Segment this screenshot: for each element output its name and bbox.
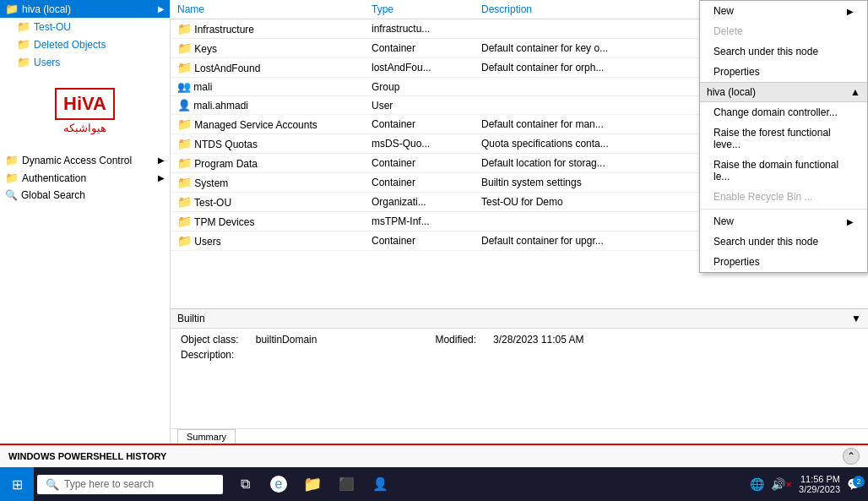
sidebar-item-test-ou[interactable]: 📁 Test-OU xyxy=(0,18,170,35)
context-item-label: Raise the forest functional leve... xyxy=(713,127,854,150)
logo-subtext: هیواشبکه xyxy=(63,122,106,134)
notification-badge: 2 xyxy=(853,476,865,487)
folder-icon: 📁 xyxy=(177,234,192,248)
cell-name: 📁 Users xyxy=(171,231,365,251)
notification-icon[interactable]: 💬 2 xyxy=(847,477,861,491)
context-menu-item-raise-domain[interactable]: Raise the domain functional le... xyxy=(700,155,867,187)
context-menu-item-new[interactable]: New ▶ xyxy=(700,1,867,21)
cell-name: 📁 Test-OU xyxy=(171,193,365,212)
col-type[interactable]: Type xyxy=(365,0,475,19)
detail-object-class-row: Object class: builtinDomain Modified: 3/… xyxy=(181,334,858,346)
search-icon: 🔍 xyxy=(5,189,18,201)
sidebar-item-global-search[interactable]: 🔍 Global Search xyxy=(0,187,170,204)
detail-header[interactable]: Builtin ▼ xyxy=(171,309,868,329)
clock-time: 11:56 PM xyxy=(799,474,840,484)
folder-icon: 📁 xyxy=(177,61,192,74)
start-button[interactable]: ⊞ xyxy=(0,467,34,501)
context-menu: New ▶ Delete Search under this node Prop… xyxy=(699,0,868,273)
tab-summary[interactable]: Summary xyxy=(177,429,236,444)
folder-icon: 📁 xyxy=(177,22,192,35)
folder-icon: 📁 xyxy=(177,156,192,170)
sidebar: 📁 hiva (local) ▶ 📁 Test-OU 📁 Deleted Obj… xyxy=(0,0,171,444)
context-menu-section: hiva (local) ▲ xyxy=(700,82,867,102)
explorer-icon: 📁 xyxy=(303,475,322,493)
modified-label: Modified: xyxy=(435,334,476,346)
folder-icon: 📁 xyxy=(17,56,30,68)
cell-type: msDS-Quo... xyxy=(365,134,475,154)
cell-name: 📁 System xyxy=(171,173,365,193)
folder-icon: 📁 xyxy=(17,38,30,51)
cell-type: Container xyxy=(365,154,475,173)
expand-arrow-icon: ▶ xyxy=(158,155,165,165)
folder-icon: 📁 xyxy=(177,195,192,209)
cell-name: 📁 TPM Devices xyxy=(171,212,365,231)
context-item-label: New xyxy=(713,215,734,227)
powershell-bar: WINDOWS POWERSHELL HISTORY ⌃ xyxy=(0,444,868,467)
detail-description-row: Description: xyxy=(181,349,858,361)
taskbar-icons: ⧉ e 📁 ⬛ 👤 xyxy=(231,471,393,498)
logo-text: HiVA xyxy=(63,93,106,114)
context-menu-item-search-top[interactable]: Search under this node xyxy=(700,41,867,62)
content-area: 📁 hiva (local) ▶ 📁 Test-OU 📁 Deleted Obj… xyxy=(0,0,868,444)
section-label: hiva (local) xyxy=(707,86,756,98)
context-item-label: Properties xyxy=(713,256,760,268)
submenu-arrow-icon: ▶ xyxy=(847,7,854,16)
sidebar-item-users[interactable]: 📁 Users xyxy=(0,53,170,71)
taskbar-clock[interactable]: 11:56 PM 3/29/2023 xyxy=(799,474,840,494)
detail-tabs: Summary xyxy=(171,428,868,444)
taskbar-icon-edge[interactable]: e xyxy=(265,471,292,498)
cell-type: msTPM-Inf... xyxy=(365,212,475,231)
taskbar-search[interactable]: 🔍 Type here to search xyxy=(37,475,223,494)
detail-panel: Builtin ▼ Object class: builtinDomain Mo… xyxy=(171,308,868,444)
taskbar-icon-explorer[interactable]: 📁 xyxy=(299,471,326,498)
context-menu-item-enable-recycle[interactable]: Enable Recycle Bin ... xyxy=(700,187,867,207)
sidebar-item-label: Deleted Objects xyxy=(34,39,106,51)
context-menu-item-properties-top[interactable]: Properties xyxy=(700,62,867,82)
search-icon: 🔍 xyxy=(46,478,59,491)
folder-icon: 📁 xyxy=(17,20,30,33)
folder-icon: 📁 xyxy=(177,137,192,150)
speaker-mute-icon: ✕ xyxy=(785,480,792,489)
context-item-label: Search under this node xyxy=(713,46,818,57)
expand-arrow-icon: ▶ xyxy=(158,4,165,14)
folder-icon: 📁 xyxy=(177,117,192,131)
sidebar-item-hiva[interactable]: 📁 hiva (local) ▶ xyxy=(0,0,170,18)
context-menu-item-search-bottom[interactable]: Search under this node xyxy=(700,231,867,252)
cell-type: lostAndFou... xyxy=(365,58,475,78)
context-menu-item-properties-bottom[interactable]: Properties xyxy=(700,252,867,272)
taskbar: ⊞ 🔍 Type here to search ⧉ e 📁 ⬛ 👤 🌐 xyxy=(0,467,868,501)
sidebar-item-label: Users xyxy=(34,57,60,68)
sidebar-item-authentication[interactable]: 📁 Authentication ▶ xyxy=(0,169,170,187)
context-item-label: Delete xyxy=(713,25,743,37)
context-item-label: Change domain controller... xyxy=(713,106,838,118)
context-menu-item-raise-forest[interactable]: Raise the forest functional leve... xyxy=(700,123,867,155)
taskbar-icon-terminal[interactable]: ⬛ xyxy=(333,471,360,498)
cell-name: 📁 Infrastructure xyxy=(171,19,365,39)
folder-icon: 📁 xyxy=(177,176,192,189)
taskbar-icon-aduc[interactable]: 👤 xyxy=(366,471,393,498)
cell-type: Group xyxy=(365,78,475,96)
section-collapse-icon: ▲ xyxy=(850,86,860,98)
sidebar-item-deleted-objects[interactable]: 📁 Deleted Objects xyxy=(0,35,170,53)
cell-name: 👤 mali.ahmadi xyxy=(171,96,365,115)
sidebar-item-label: hiva (local) xyxy=(22,3,71,15)
app-window: 📁 hiva (local) ▶ 📁 Test-OU 📁 Deleted Obj… xyxy=(0,0,868,501)
folder-icon: 📁 xyxy=(5,3,19,15)
detail-content: Object class: builtinDomain Modified: 3/… xyxy=(171,329,868,428)
context-menu-item-new-bottom[interactable]: New ▶ xyxy=(700,211,867,231)
powershell-label: WINDOWS POWERSHELL HISTORY xyxy=(8,451,166,461)
taskbar-icon-taskview[interactable]: ⧉ xyxy=(231,471,258,498)
windows-icon: ⊞ xyxy=(12,476,23,493)
powershell-collapse-button[interactable]: ⌃ xyxy=(843,448,860,465)
context-menu-item-change-dc[interactable]: Change domain controller... xyxy=(700,102,867,123)
detail-collapse-icon: ▼ xyxy=(851,313,861,324)
cell-name: 👥 mali xyxy=(171,78,365,96)
cell-name: 📁 Keys xyxy=(171,39,365,58)
modified-value: 3/28/2023 11:05 AM xyxy=(493,334,583,346)
aduc-icon: 👤 xyxy=(372,476,388,492)
cell-name: 📁 Program Data xyxy=(171,154,365,173)
sidebar-item-dynamic-access[interactable]: 📁 Dynamic Access Control ▶ xyxy=(0,151,170,169)
folder-icon: 📁 xyxy=(5,172,19,184)
description-label: Description: xyxy=(181,349,234,361)
col-name[interactable]: Name xyxy=(171,0,365,19)
